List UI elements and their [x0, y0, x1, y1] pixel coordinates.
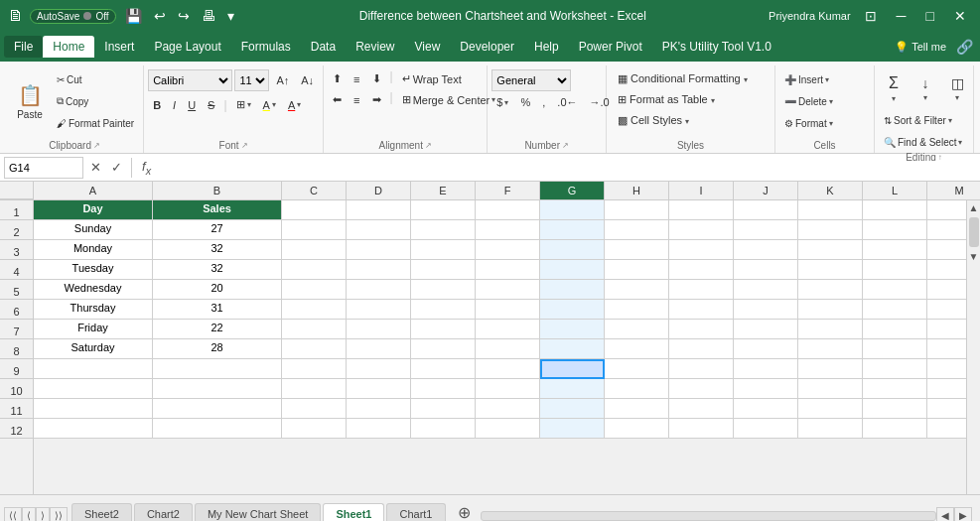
cell-h4[interactable]	[605, 260, 669, 280]
cell-a12[interactable]	[34, 419, 153, 439]
autosave-toggle[interactable]	[83, 12, 91, 20]
cell-j12[interactable]	[734, 419, 798, 439]
cell-j1[interactable]	[734, 200, 798, 220]
row-header-3[interactable]: 3	[0, 240, 33, 260]
col-header-h[interactable]: H	[605, 182, 669, 199]
ribbon-display-btn[interactable]: ⊡	[859, 6, 883, 26]
cell-b10[interactable]	[153, 379, 282, 399]
cell-a3[interactable]: Monday	[34, 240, 153, 260]
cell-h2[interactable]	[605, 220, 669, 240]
clipboard-label[interactable]: Clipboard ↗	[10, 140, 139, 151]
cell-i9[interactable]	[669, 359, 734, 379]
cell-f4[interactable]	[476, 260, 540, 280]
cell-k6[interactable]	[798, 300, 863, 320]
tab-chart2[interactable]: Chart2	[134, 503, 193, 521]
col-header-k[interactable]: K	[798, 182, 863, 199]
hscroll-left-btn[interactable]: ◀	[936, 507, 954, 521]
cell-l8[interactable]	[863, 339, 927, 359]
cell-e10[interactable]	[411, 379, 476, 399]
restore-btn[interactable]: □	[920, 6, 940, 26]
cell-d6[interactable]	[347, 300, 411, 320]
cell-i2[interactable]	[669, 220, 734, 240]
cell-a9[interactable]	[34, 359, 153, 379]
cell-f8[interactable]	[476, 339, 540, 359]
underline-btn[interactable]: U	[183, 96, 201, 114]
tab-sheet2[interactable]: Sheet2	[71, 503, 132, 521]
cell-k7[interactable]	[798, 320, 863, 339]
insert-btn[interactable]: ➕ Insert ▾	[779, 69, 870, 89]
cell-l3[interactable]	[863, 240, 927, 260]
cell-j10[interactable]	[734, 379, 798, 399]
decrease-font-btn[interactable]: A↓	[296, 71, 319, 89]
font-color-btn[interactable]: A▾	[283, 96, 306, 114]
cell-l7[interactable]	[863, 320, 927, 339]
cell-b5[interactable]: 20	[153, 280, 282, 300]
cell-k1[interactable]	[798, 200, 863, 220]
row-header-2[interactable]: 2	[0, 220, 33, 240]
cell-j6[interactable]	[734, 300, 798, 320]
number-label[interactable]: Number ↗	[491, 140, 602, 151]
wrap-text-btn[interactable]: ↵ Wrap Text	[397, 69, 467, 88]
cell-k12[interactable]	[798, 419, 863, 439]
cell-m8[interactable]	[927, 339, 966, 359]
tab-prev-btn[interactable]: ⟨	[22, 507, 36, 521]
cell-m11[interactable]	[927, 399, 966, 419]
menu-home[interactable]: Home	[43, 36, 94, 58]
styles-label[interactable]: Styles	[611, 140, 770, 151]
cell-e12[interactable]	[411, 419, 476, 439]
align-top-btn[interactable]: ⬆	[328, 69, 347, 88]
cell-d4[interactable]	[347, 260, 411, 280]
cell-c11[interactable]	[282, 399, 347, 419]
cell-g3[interactable]	[540, 240, 605, 260]
cell-b6[interactable]: 31	[153, 300, 282, 320]
cell-m10[interactable]	[927, 379, 966, 399]
cells-label[interactable]: Cells	[779, 140, 870, 151]
cell-m3[interactable]	[927, 240, 966, 260]
cell-k8[interactable]	[798, 339, 863, 359]
cell-d8[interactable]	[347, 339, 411, 359]
row-header-6[interactable]: 6	[0, 300, 33, 320]
clipboard-expand[interactable]: ↗	[93, 141, 100, 150]
cell-g1[interactable]	[540, 200, 605, 220]
font-label[interactable]: Font ↗	[148, 140, 319, 151]
borders-btn[interactable]: ⊞▾	[231, 95, 256, 114]
cell-m5[interactable]	[927, 280, 966, 300]
cell-d9[interactable]	[347, 359, 411, 379]
cell-b7[interactable]: 22	[153, 320, 282, 339]
cell-l1[interactable]	[863, 200, 927, 220]
cell-g6[interactable]	[540, 300, 605, 320]
cell-d11[interactable]	[347, 399, 411, 419]
cell-i6[interactable]	[669, 300, 734, 320]
row-header-10[interactable]: 10	[0, 379, 33, 399]
align-right-btn[interactable]: ➡	[367, 90, 386, 109]
font-expand[interactable]: ↗	[241, 141, 248, 150]
col-header-e[interactable]: E	[411, 182, 476, 199]
col-header-m[interactable]: M	[927, 182, 980, 199]
align-center-btn[interactable]: ≡	[349, 90, 364, 109]
cell-e8[interactable]	[411, 339, 476, 359]
cell-k2[interactable]	[798, 220, 863, 240]
cell-e6[interactable]	[411, 300, 476, 320]
cut-btn[interactable]: ✂ Cut	[52, 69, 139, 89]
cell-f12[interactable]	[476, 419, 540, 439]
minimize-btn[interactable]: ─	[891, 6, 912, 26]
clear-btn[interactable]: ◫ ▾	[942, 69, 972, 108]
cell-g10[interactable]	[540, 379, 605, 399]
cell-h1[interactable]	[605, 200, 669, 220]
cell-g4[interactable]	[540, 260, 605, 280]
row-header-1[interactable]: 1	[0, 200, 33, 220]
cell-j4[interactable]	[734, 260, 798, 280]
cell-m9[interactable]	[927, 359, 966, 379]
cell-e5[interactable]	[411, 280, 476, 300]
autosum-btn[interactable]: Σ ▾	[879, 69, 909, 108]
cell-e11[interactable]	[411, 399, 476, 419]
cell-c8[interactable]	[282, 339, 347, 359]
cell-a11[interactable]	[34, 399, 153, 419]
cell-c10[interactable]	[282, 379, 347, 399]
cell-a4[interactable]: Tuesday	[34, 260, 153, 280]
tab-my-new-chart-sheet[interactable]: My New Chart Sheet	[195, 503, 321, 521]
menu-utility-tool[interactable]: PK's Utility Tool V1.0	[652, 36, 781, 58]
name-box[interactable]	[4, 157, 83, 179]
format-btn[interactable]: ⚙ Format ▾	[779, 113, 870, 133]
alignment-expand[interactable]: ↗	[425, 141, 432, 150]
